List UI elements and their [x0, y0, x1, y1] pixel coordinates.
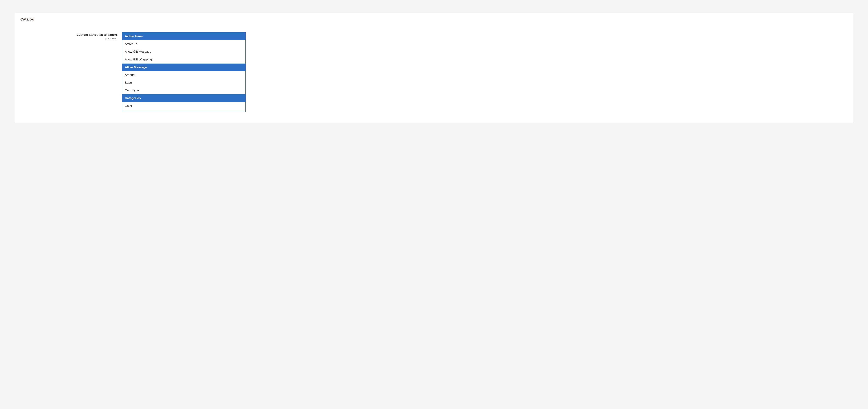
option-active-to[interactable]: Active To [122, 40, 245, 48]
option-allow-gift-message[interactable]: Allow Gift Message [122, 48, 245, 56]
option-active-from[interactable]: Active From [122, 33, 245, 40]
option-categories[interactable]: Categories [122, 94, 245, 102]
option-allow-gift-wrapping[interactable]: Allow Gift Wrapping [122, 56, 245, 64]
field-scope: [store view] [20, 37, 117, 40]
custom-attributes-export-field: Custom attributes to export [store view]… [20, 32, 848, 112]
field-control-column: Active From Active To Allow Gift Message… [122, 32, 848, 112]
field-label: Custom attributes to export [20, 33, 117, 37]
option-base[interactable]: Base [122, 79, 245, 87]
field-label-column: Custom attributes to export [store view] [20, 32, 122, 40]
catalog-config-panel: Catalog Custom attributes to export [sto… [14, 13, 854, 123]
option-color[interactable]: Color [122, 102, 245, 110]
section-title: Catalog [20, 17, 848, 22]
option-amount[interactable]: Amount [122, 71, 245, 79]
option-card-type[interactable]: Card Type [122, 87, 245, 94]
custom-attributes-multiselect[interactable]: Active From Active To Allow Gift Message… [122, 32, 246, 112]
option-allow-message[interactable]: Allow Message [122, 64, 245, 71]
